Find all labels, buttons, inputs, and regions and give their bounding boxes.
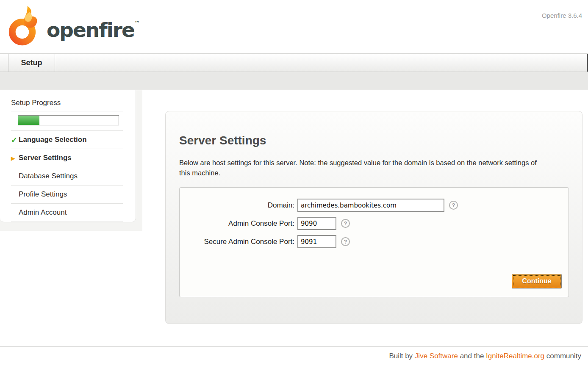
- domain-input[interactable]: [297, 199, 444, 212]
- tab-bar: Setup: [0, 53, 588, 72]
- flame-icon: [5, 4, 42, 51]
- step-label: Database Settings: [19, 172, 78, 180]
- page-title: Server Settings: [179, 134, 569, 147]
- continue-button[interactable]: Continue: [512, 274, 562, 288]
- trademark-symbol: ™: [134, 20, 140, 26]
- header: openfire™ Openfire 3.6.4: [0, 0, 588, 53]
- step-label: Admin Account: [19, 208, 67, 216]
- step-label: Language Selection: [19, 136, 87, 144]
- progress-track: [18, 115, 119, 125]
- secure-admin-console-port-label: Secure Admin Console Port:: [180, 238, 297, 246]
- arrow-right-icon: ▶: [11, 155, 15, 161]
- progress-fill: [18, 116, 39, 125]
- help-icon[interactable]: ?: [449, 201, 458, 210]
- server-settings-form: Domain: ? Admin Console Port: ? Secure A…: [179, 187, 569, 297]
- admin-console-port-input[interactable]: [297, 217, 336, 230]
- step-language-selection: ✓ Language Selection: [11, 131, 123, 149]
- step-server-settings: ▶ Server Settings: [11, 149, 123, 167]
- version-label: Openfire 3.6.4: [542, 12, 582, 19]
- footer-divider: [0, 346, 588, 347]
- footer-text: Built by: [389, 352, 413, 360]
- check-icon: ✓: [11, 136, 17, 145]
- tab-setup[interactable]: Setup: [8, 54, 55, 72]
- step-label: Server Settings: [19, 154, 72, 162]
- form-row-secure-port: Secure Admin Console Port: ?: [180, 235, 569, 248]
- step-database-settings: Database Settings: [11, 167, 123, 186]
- openfire-logo: openfire™: [5, 3, 175, 53]
- step-admin-account: Admin Account: [11, 204, 123, 222]
- progress-bar: [11, 111, 123, 131]
- step-profile-settings: Profile Settings: [11, 186, 123, 204]
- form-row-domain: Domain: ?: [180, 199, 569, 212]
- content-area: Setup Progress ✓ Language Selection ▶ Se…: [0, 90, 588, 371]
- footer-text: community: [546, 352, 581, 360]
- step-label: Profile Settings: [19, 190, 67, 198]
- page-description: Below are host settings for this server.…: [179, 158, 547, 178]
- help-icon[interactable]: ?: [341, 219, 350, 228]
- admin-console-port-label: Admin Console Port:: [180, 219, 297, 228]
- sub-nav-bar: [0, 72, 588, 90]
- footer-credits: Built by Jive Software and the IgniteRea…: [389, 352, 581, 360]
- secure-admin-console-port-input[interactable]: [297, 235, 336, 248]
- setup-progress-panel: Setup Progress ✓ Language Selection ▶ Se…: [0, 90, 136, 222]
- brand-wordmark: openfire™: [47, 18, 140, 42]
- igniterealtime-link[interactable]: IgniteRealtime.org: [486, 352, 544, 360]
- jive-software-link[interactable]: Jive Software: [415, 352, 458, 360]
- footer-text: and the: [460, 352, 484, 360]
- server-settings-panel: Server Settings Below are host settings …: [165, 111, 582, 324]
- help-icon[interactable]: ?: [341, 237, 350, 246]
- setup-steps-list: ✓ Language Selection ▶ Server Settings D…: [11, 131, 123, 222]
- domain-label: Domain:: [180, 201, 297, 210]
- form-row-admin-port: Admin Console Port: ?: [180, 217, 569, 230]
- setup-progress-title: Setup Progress: [11, 99, 123, 111]
